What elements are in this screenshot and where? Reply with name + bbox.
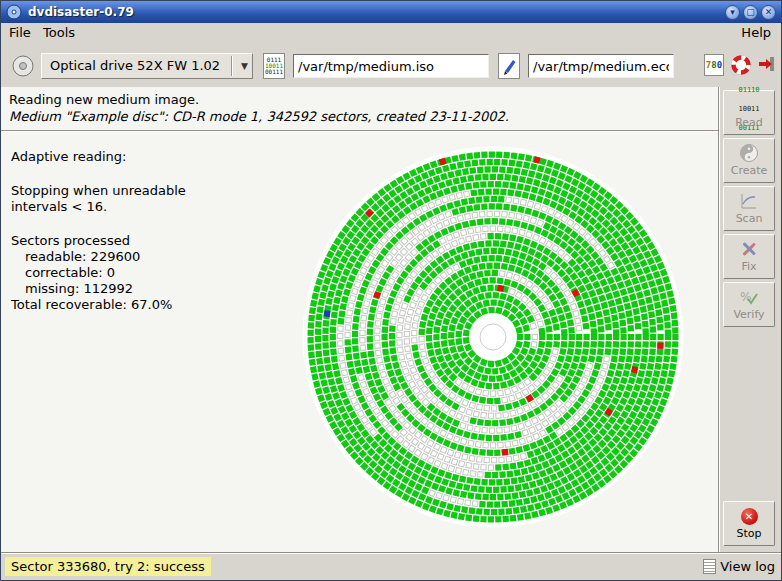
status-line-action: Reading new medium image. bbox=[9, 92, 199, 107]
image-file-icon: 0111 10011 00111 bbox=[263, 53, 285, 79]
maximize-button[interactable]: ▢ bbox=[743, 5, 758, 20]
sector-status-message: Sector 333680, try 2: success bbox=[5, 557, 211, 576]
total-recoverable: Total recoverable: 67.0% bbox=[11, 297, 281, 313]
menu-help[interactable]: Help bbox=[737, 25, 775, 40]
stopping-text-2: intervals < 16. bbox=[11, 199, 281, 215]
statusbar: Sector 333680, try 2: success View log bbox=[1, 553, 781, 580]
menubar: File Tools Help bbox=[1, 23, 781, 43]
adaptive-reading-title: Adaptive reading: bbox=[11, 149, 281, 165]
fix-tools-icon bbox=[724, 237, 774, 261]
menu-file[interactable]: File bbox=[5, 25, 35, 40]
fix-button[interactable]: Fix bbox=[723, 234, 775, 279]
scan-button[interactable]: Scan bbox=[723, 186, 775, 231]
quit-icon[interactable] bbox=[757, 54, 777, 78]
titlebar[interactable]: dvdisaster-0.79 ▾ ▢ ✕ bbox=[1, 1, 781, 23]
scan-icon bbox=[724, 189, 774, 213]
window-title: dvdisaster-0.79 bbox=[28, 5, 134, 19]
drive-icon[interactable] bbox=[9, 53, 37, 83]
minimize-button[interactable]: ▾ bbox=[725, 5, 740, 20]
action-sidebar: 01110 10011 00111 Read Create Scan Fix bbox=[720, 87, 781, 553]
stopping-text-1: Stopping when unreadable bbox=[11, 183, 281, 199]
read-binary-icon: 01110 10011 00111 bbox=[724, 93, 774, 117]
disc-sector-spiral bbox=[295, 141, 691, 537]
missing-count: missing: 112992 bbox=[11, 281, 281, 297]
create-icon bbox=[724, 141, 774, 165]
ecc-file-icon bbox=[498, 53, 520, 79]
close-button[interactable]: ✕ bbox=[761, 5, 776, 20]
stop-icon: ✕ bbox=[724, 504, 774, 528]
drive-select-value: Optical drive 52X FW 1.02 bbox=[50, 58, 220, 73]
verify-icon: % bbox=[724, 285, 774, 309]
image-file-input[interactable] bbox=[293, 54, 489, 78]
status-line-medium: Medium "Example disc": CD-R mode 1, 3425… bbox=[9, 109, 509, 124]
app-window: dvdisaster-0.79 ▾ ▢ ✕ File Tools Help Op… bbox=[0, 0, 782, 581]
app-icon bbox=[6, 4, 22, 20]
verify-button[interactable]: % Verify bbox=[723, 282, 775, 327]
preferences-icon[interactable]: 780 bbox=[704, 54, 724, 76]
view-log-label: View log bbox=[720, 559, 775, 574]
drive-select-dropdown[interactable]: Optical drive 52X FW 1.02 ▼ bbox=[41, 53, 253, 79]
create-button[interactable]: Create bbox=[723, 138, 775, 183]
readable-count: readable: 229600 bbox=[11, 249, 281, 265]
reading-info-block: Adaptive reading: Stopping when unreadab… bbox=[11, 149, 281, 313]
menu-tools[interactable]: Tools bbox=[39, 25, 79, 40]
vertical-separator bbox=[718, 87, 719, 553]
stop-button[interactable]: ✕ Stop bbox=[723, 501, 775, 546]
log-icon bbox=[703, 559, 716, 574]
ecc-file-input[interactable] bbox=[528, 54, 674, 78]
view-log-button[interactable]: View log bbox=[703, 557, 775, 576]
correctable-count: correctable: 0 bbox=[11, 265, 281, 281]
horizontal-separator bbox=[1, 130, 718, 131]
sectors-processed-title: Sectors processed bbox=[11, 233, 281, 249]
read-button[interactable]: 01110 10011 00111 Read bbox=[723, 90, 775, 135]
chevron-down-icon: ▼ bbox=[241, 61, 248, 71]
